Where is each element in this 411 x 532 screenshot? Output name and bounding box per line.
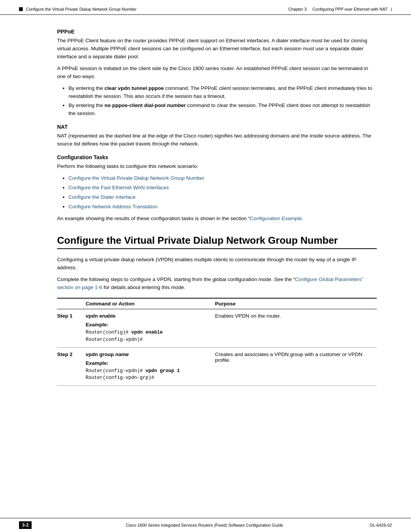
bullet2-bold: no pppoe-client dial-pool: [105, 102, 166, 108]
bullet2-italic: number: [166, 102, 186, 108]
footer-center-text: Cisco 1800 Series Integrated Services Ro…: [39, 523, 370, 527]
command-cell-2: vpdn group nameExample:Router(config-vpd…: [82, 347, 211, 386]
task-item-4: Configure Network Address Translation: [68, 203, 377, 211]
page-footer: 3-2 Cisco 1800 Series Integrated Service…: [0, 518, 411, 532]
pppoe-para2: A PPPoE session is initiated on the clie…: [57, 65, 377, 81]
task-item-2: Configure the Fast Ethernet WAN Interfac…: [68, 184, 377, 192]
purpose-cell-1: Enables VPDN on the router.: [211, 309, 377, 348]
step-label-2: Step 2: [57, 351, 73, 357]
pppoe-bullet1: By entering the clear vpdn tunnel pppoe …: [68, 85, 377, 101]
page-header: Configure the Virtual Private Dialup Net…: [0, 0, 411, 15]
task-link-1[interactable]: Configure the Virtual Private Dialup Net…: [68, 175, 204, 181]
nat-section: NAT NAT (represented as the dashed line …: [57, 124, 377, 148]
example-label-1: Example:: [86, 322, 207, 328]
table-row: Step 1vpdn enableExample:Router(config)#…: [57, 309, 377, 348]
step-cell-2: Step 2: [57, 347, 82, 386]
example-note-prefix: An example showing the results of these …: [57, 216, 250, 221]
procedure-table: Command or Action Purpose Step 1vpdn ena…: [57, 298, 377, 386]
config-tasks-intro: Perform the following tasks to configure…: [57, 163, 377, 171]
header-left: Configure the Virtual Private Dialup Net…: [19, 7, 137, 11]
chapter-title: Configuring PPP over Ethernet with NAT: [312, 7, 387, 11]
bullet2-prefix: By entering the: [68, 102, 105, 108]
page-container: Configure the Virtual Private Dialup Net…: [0, 0, 411, 532]
table-col-step: [57, 298, 82, 309]
content-area: PPPoE The PPPoE Client feature on the ro…: [0, 15, 411, 393]
code-block-1: Router(config)# vpdn enableRouter(config…: [86, 329, 207, 343]
footer-right-text: OL-6426-02: [370, 523, 392, 527]
pppoe-section: PPPoE The PPPoE Client feature on the ro…: [57, 29, 377, 118]
header-breadcrumb: Configure the Virtual Private Dialup Net…: [26, 7, 137, 11]
command-name-2: vpdn group name: [86, 351, 207, 357]
bullet1-prefix: By entering the: [68, 85, 105, 91]
main-para2-prefix: Complete the following steps to configur…: [57, 276, 295, 282]
nat-para: NAT (represented as the dashed line at t…: [57, 132, 377, 148]
nat-heading: NAT: [57, 124, 377, 130]
task-link-3[interactable]: Configure the Dialer Interface: [68, 194, 135, 200]
table-row: Step 2vpdn group nameExample:Router(conf…: [57, 347, 377, 386]
chapter-label: Chapter 3: [288, 7, 306, 11]
code-block-2: Router(config-vpdn)# vpdn group 1Router(…: [86, 367, 207, 382]
purpose-cell-2: Creates and associates a VPDN group with…: [211, 347, 377, 386]
config-tasks-list: Configure the Virtual Private Dialup Net…: [68, 174, 377, 211]
main-para2: Complete the following steps to configur…: [57, 276, 377, 292]
main-para1: Configuring a virtual private dialup net…: [57, 256, 377, 272]
bullet1-bold: clear vpdn tunnel pppoe: [105, 85, 164, 91]
main-section-title: Configure the Virtual Private Dialup Net…: [57, 234, 377, 249]
table-header-row: Command or Action Purpose: [57, 298, 377, 309]
example-link[interactable]: Configuration Example.: [250, 216, 303, 221]
step-cell-1: Step 1: [57, 309, 82, 348]
pppoe-bullet-list: By entering the clear vpdn tunnel pppoe …: [68, 85, 377, 118]
pppoe-para1: The PPPoE Client feature on the router p…: [57, 37, 377, 61]
pppoe-bullet2: By entering the no pppoe-client dial-poo…: [68, 102, 377, 118]
example-label-2: Example:: [86, 360, 207, 366]
table-col-purpose: Purpose: [211, 298, 377, 309]
header-right: Chapter 3 Configuring PPP over Ethernet …: [288, 7, 392, 11]
task-link-4[interactable]: Configure Network Address Translation: [68, 204, 158, 209]
table-col-command: Command or Action: [82, 298, 211, 309]
step-label-1: Step 1: [57, 313, 73, 319]
task-item-1: Configure the Virtual Private Dialup Net…: [68, 174, 377, 182]
footer-page-num: 3-2: [19, 521, 32, 529]
command-cell-1: vpdn enableExample:Router(config)# vpdn …: [82, 309, 211, 348]
task-link-2[interactable]: Configure the Fast Ethernet WAN Interfac…: [68, 185, 169, 190]
pppoe-heading: PPPoE: [57, 29, 377, 35]
config-tasks-section: Configuration Tasks Perform the followin…: [57, 154, 377, 223]
config-tasks-note: An example showing the results of these …: [57, 215, 377, 223]
header-square-icon: [19, 7, 23, 11]
command-name-1: vpdn enable: [86, 313, 207, 319]
config-tasks-heading: Configuration Tasks: [57, 154, 377, 160]
task-item-3: Configure the Dialer Interface: [68, 193, 377, 201]
main-para2-suffix: for details about entering this mode.: [102, 284, 185, 290]
